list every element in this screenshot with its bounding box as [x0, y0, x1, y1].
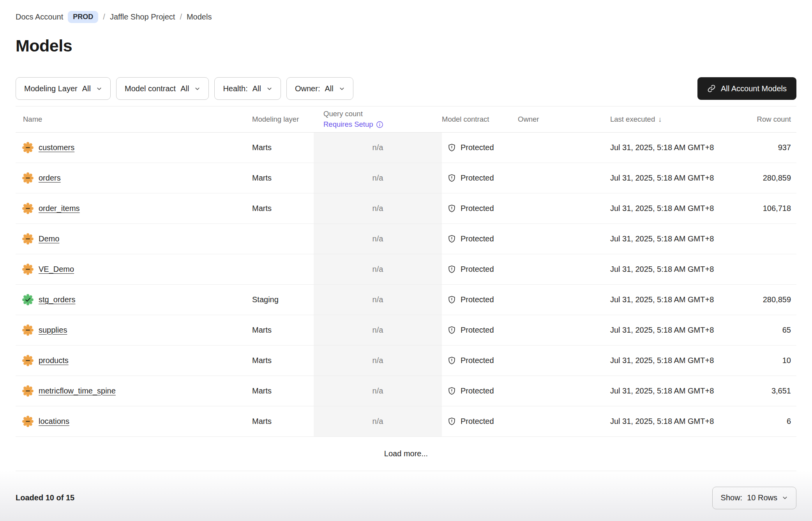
- model-contract-label: Protected: [461, 295, 494, 304]
- loaded-count-text: Loaded 10 of 15: [16, 493, 74, 502]
- header-row-count: Row count: [739, 115, 796, 124]
- modeling-layer-cell: Marts: [252, 386, 314, 395]
- shield-exclamation-icon: [447, 234, 456, 243]
- table-row: orders Marts n/a Protected Jul 31, 2025,…: [16, 163, 796, 193]
- model-name-link[interactable]: Demo: [39, 234, 59, 243]
- filter-value: All: [180, 84, 189, 93]
- last-executed-cell: Jul 31, 2025, 5:18 AM GMT+8: [610, 265, 739, 274]
- model-name-cell: orders: [16, 163, 252, 193]
- model-contract-cell: Protected: [442, 295, 517, 304]
- query-count-cell: n/a: [314, 224, 442, 254]
- filter-modeling-layer[interactable]: Modeling Layer All: [16, 77, 111, 100]
- model-name-cell: Demo: [16, 224, 252, 254]
- query-count-cell: n/a: [314, 133, 442, 163]
- shield-exclamation-icon: [447, 265, 456, 274]
- model-contract-cell: Protected: [442, 204, 517, 213]
- row-count-cell: 937: [739, 143, 796, 152]
- shield-exclamation-icon: [447, 326, 456, 335]
- table-row: VE_Demo n/a Protected Jul 31, 2025, 5:18…: [16, 254, 796, 285]
- filter-label: Owner:: [295, 84, 320, 93]
- last-executed-cell: Jul 31, 2025, 5:18 AM GMT+8: [610, 326, 739, 335]
- model-contract-label: Protected: [461, 174, 494, 183]
- model-name-link[interactable]: locations: [39, 417, 69, 426]
- model-name-link[interactable]: products: [39, 356, 69, 365]
- model-name-link[interactable]: VE_Demo: [39, 265, 74, 274]
- model-name-link[interactable]: stg_orders: [39, 295, 76, 304]
- shield-exclamation-icon: [447, 295, 456, 304]
- model-name-link[interactable]: customers: [39, 143, 74, 152]
- table-row: order_items Marts n/a Protected Jul 31, …: [16, 193, 796, 224]
- health-warning-icon: [22, 355, 34, 366]
- modeling-layer-cell: Marts: [252, 356, 314, 365]
- health-warning-icon: [22, 416, 34, 427]
- header-model-contract: Model contract: [442, 115, 517, 124]
- table-row: stg_orders Staging n/a Protected Jul 31,…: [16, 285, 796, 315]
- model-name-link[interactable]: supplies: [39, 326, 67, 335]
- modeling-layer-cell: Staging: [252, 295, 314, 304]
- health-success-icon: [22, 294, 34, 305]
- model-contract-label: Protected: [461, 265, 494, 274]
- health-warning-icon: [22, 203, 34, 214]
- model-name-cell: locations: [16, 406, 252, 436]
- model-name-cell: order_items: [16, 193, 252, 223]
- table-footer: Loaded 10 of 15 Show: 10 Rows: [16, 487, 796, 509]
- model-contract-label: Protected: [461, 204, 494, 213]
- modeling-layer-cell: Marts: [252, 204, 314, 213]
- all-account-models-button[interactable]: All Account Models: [697, 77, 796, 100]
- header-last-executed[interactable]: Last executed ↓: [610, 115, 739, 124]
- modeling-layer-cell: Marts: [252, 143, 314, 152]
- header-name: Name: [16, 115, 252, 124]
- header-query-count-label: Query count: [323, 109, 442, 119]
- last-executed-cell: Jul 31, 2025, 5:18 AM GMT+8: [610, 356, 739, 365]
- model-contract-cell: Protected: [442, 265, 517, 274]
- show-rows-select[interactable]: Show: 10 Rows: [712, 487, 796, 509]
- row-count-cell: 3,651: [739, 386, 796, 395]
- breadcrumb-separator: /: [180, 12, 182, 21]
- last-executed-cell: Jul 31, 2025, 5:18 AM GMT+8: [610, 234, 739, 243]
- breadcrumb-project-link[interactable]: Jaffle Shop Project: [110, 12, 175, 21]
- filter-value: All: [325, 84, 333, 93]
- link-icon: [707, 84, 716, 93]
- filter-owner[interactable]: Owner: All: [286, 77, 353, 100]
- table-row: supplies Marts n/a Protected Jul 31, 202…: [16, 315, 796, 346]
- query-count-cell: n/a: [314, 376, 442, 406]
- health-warning-icon: [22, 264, 34, 275]
- requires-setup-link[interactable]: Requires Setup: [323, 119, 383, 130]
- load-more-row: Load more...: [16, 437, 796, 471]
- last-executed-cell: Jul 31, 2025, 5:18 AM GMT+8: [610, 295, 739, 304]
- shield-exclamation-icon: [447, 417, 456, 426]
- table-header-row: Name Modeling layer Query count Requires…: [16, 106, 796, 133]
- model-contract-cell: Protected: [442, 143, 517, 152]
- model-contract-label: Protected: [461, 326, 494, 335]
- model-contract-label: Protected: [461, 143, 494, 152]
- filter-toolbar: Modeling Layer All Model contract All He…: [16, 77, 796, 100]
- health-warning-icon: [22, 172, 34, 184]
- load-more-button[interactable]: Load more...: [384, 449, 428, 458]
- query-count-cell: n/a: [314, 193, 442, 223]
- model-contract-cell: Protected: [442, 234, 517, 243]
- model-contract-cell: Protected: [442, 174, 517, 183]
- model-name-cell: metricflow_time_spine: [16, 376, 252, 406]
- show-rows-label: Show:: [721, 493, 743, 502]
- model-name-link[interactable]: metricflow_time_spine: [39, 386, 116, 395]
- header-query-count: Query count Requires Setup: [314, 109, 442, 130]
- filter-model-contract[interactable]: Model contract All: [116, 77, 209, 100]
- row-count-cell: 280,859: [739, 174, 796, 183]
- last-executed-cell: Jul 31, 2025, 5:18 AM GMT+8: [610, 143, 739, 152]
- shield-exclamation-icon: [447, 356, 456, 365]
- table-row: Demo n/a Protected Jul 31, 2025, 5:18 AM…: [16, 224, 796, 254]
- row-count-cell: 10: [739, 356, 796, 365]
- model-contract-cell: Protected: [442, 386, 517, 395]
- filter-health[interactable]: Health: All: [214, 77, 281, 100]
- model-name-link[interactable]: orders: [39, 174, 61, 183]
- filter-label: Modeling Layer: [24, 84, 78, 93]
- header-modeling-layer: Modeling layer: [252, 115, 314, 124]
- model-name-link[interactable]: order_items: [39, 204, 80, 213]
- breadcrumb-current: Models: [187, 12, 212, 21]
- row-count-cell: 6: [739, 417, 796, 426]
- health-warning-icon: [22, 324, 34, 336]
- breadcrumb-account-link[interactable]: Docs Account: [16, 12, 63, 21]
- all-account-models-label: All Account Models: [721, 84, 787, 93]
- modeling-layer-cell: Marts: [252, 326, 314, 335]
- environment-badge: PROD: [68, 11, 98, 23]
